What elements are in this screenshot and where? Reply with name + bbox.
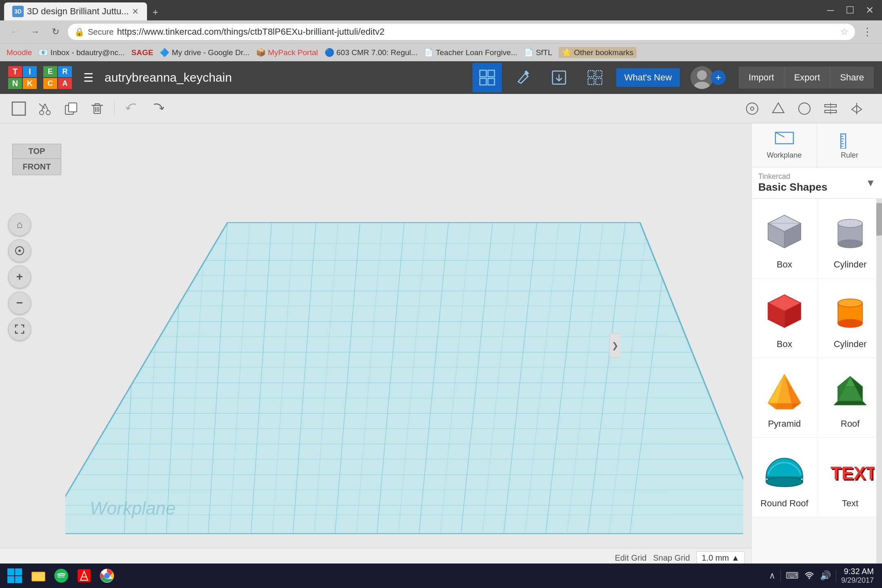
scrollbar-thumb[interactable]	[876, 203, 882, 236]
build-btn[interactable]	[508, 63, 538, 92]
shape-round-roof-label: Round Roof	[760, 498, 808, 509]
sidebar-scrollbar[interactable]	[876, 199, 882, 568]
systray-wifi-icon[interactable]	[804, 569, 815, 583]
systray: ∧ ⌨ 🔊 9:32 AM 9/29/2017	[764, 567, 879, 585]
import-icon-btn[interactable]	[544, 63, 574, 92]
address-bar: ← → ↻ 🔒 Secure https://www.tinkercad.com…	[0, 20, 882, 43]
undo-btn[interactable]	[120, 96, 144, 121]
bookmark-sage[interactable]: SAGE	[131, 48, 154, 57]
active-tab[interactable]: 3D 3D design Brilliant Juttu... ✕	[4, 2, 147, 20]
viewport[interactable]: TOP FRONT ⌂ + −	[0, 123, 751, 568]
sidebar-top-actions: Workplane Ruler	[752, 123, 882, 167]
shape-outline-btn[interactable]	[766, 96, 791, 121]
shape-round-roof-teal[interactable]: Round Roof	[752, 438, 817, 517]
orbit-nav-btn[interactable]	[8, 239, 31, 262]
snap-grid-value[interactable]: 1.0 mm ▲	[697, 551, 745, 565]
taskbar-chrome-btn[interactable]	[96, 565, 118, 586]
systray-up-arrow[interactable]: ∧	[769, 570, 775, 581]
maximize-btn[interactable]: ☐	[842, 2, 858, 18]
align-btn[interactable]	[818, 96, 843, 121]
bookmark-sftl[interactable]: 📄 SfTL	[524, 48, 552, 57]
shape-cylinder-gray[interactable]: Cylinder	[817, 199, 882, 278]
shape-cylinder-orange[interactable]: Cylinder	[817, 278, 882, 358]
library-dropdown-icon[interactable]: ▼	[866, 177, 875, 189]
shape-pyramid-yellow[interactable]: Pyramid	[752, 358, 817, 438]
whats-new-btn[interactable]: What's New	[616, 68, 680, 87]
svg-point-135	[54, 569, 68, 583]
home-nav-btn[interactable]: ⌂	[8, 213, 31, 236]
taskbar-explorer-btn[interactable]	[28, 565, 49, 586]
bookmark-drive[interactable]: 🔷 My drive - Google Dr...	[160, 48, 249, 57]
redo-btn[interactable]	[146, 96, 170, 121]
close-btn[interactable]: ✕	[862, 2, 878, 18]
tab-bar: 3D 3D design Brilliant Juttu... ✕ +	[4, 0, 163, 20]
browser-menu-btn[interactable]: ⋮	[859, 24, 875, 40]
view-cube[interactable]: TOP FRONT	[12, 144, 61, 193]
taskbar-adobe-btn[interactable]	[74, 565, 95, 586]
zoom-in-btn[interactable]: +	[8, 265, 31, 288]
shape-text-red[interactable]: TEXT TEXT Text	[817, 438, 882, 517]
forward-btn[interactable]: →	[27, 24, 43, 40]
svg-line-17	[45, 104, 48, 111]
svg-point-113	[838, 319, 862, 327]
spotify-icon	[53, 568, 69, 584]
user-avatar[interactable]	[690, 66, 713, 89]
new-shape-btn[interactable]	[7, 96, 31, 121]
new-tab-btn[interactable]: +	[147, 4, 163, 20]
project-title[interactable]: autrybreanna_keychain	[105, 71, 232, 85]
group-icon-btn[interactable]	[580, 63, 610, 92]
taskbar-spotify-btn[interactable]	[51, 565, 72, 586]
shape-outline-icon	[771, 101, 786, 116]
bookmark-other-folder[interactable]: ⭐ Other bookmarks	[559, 47, 637, 58]
cut-btn[interactable]	[33, 96, 57, 121]
bookmark-603[interactable]: 🔵 603 CMR 7.00: Regul...	[325, 48, 418, 57]
bookmark-teacher-loan[interactable]: 📄 Teacher Loan Forgive...	[424, 48, 517, 57]
reload-btn[interactable]: ↻	[47, 24, 64, 40]
svg-point-25	[746, 103, 758, 114]
bookmark-mypack[interactable]: 📦 MyPack Portal	[256, 48, 318, 57]
copy-btn[interactable]	[59, 96, 83, 121]
minimize-btn[interactable]: ─	[822, 2, 839, 18]
orient-btn[interactable]	[740, 96, 764, 121]
svg-rect-4	[524, 70, 529, 75]
systray-time-value: 9:32 AM	[841, 567, 874, 576]
view-cube-top[interactable]: TOP	[12, 144, 61, 159]
circle-view-btn[interactable]	[792, 96, 817, 121]
add-user-btn[interactable]: +	[711, 70, 726, 85]
workplane-icon	[774, 131, 795, 149]
systray-keyboard-icon[interactable]: ⌨	[786, 570, 799, 581]
shape-box-gray[interactable]: Box	[752, 199, 817, 278]
ruler-btn[interactable]: Ruler	[817, 123, 882, 167]
import-btn[interactable]: Import	[739, 67, 784, 89]
start-btn[interactable]	[3, 564, 26, 587]
avatar-icon	[690, 66, 713, 89]
fit-btn[interactable]	[8, 318, 31, 341]
share-btn[interactable]: Share	[830, 67, 874, 89]
delete-btn[interactable]	[85, 96, 109, 121]
workplane-grid-container	[65, 213, 743, 543]
bookmark-inbox[interactable]: 📧 Inbox - bdautry@nc...	[38, 48, 125, 57]
hamburger-menu-btn[interactable]: ☰	[78, 68, 98, 87]
systray-volume-icon[interactable]: 🔊	[820, 570, 831, 581]
export-btn[interactable]: Export	[784, 67, 831, 89]
workplane-btn[interactable]: Workplane	[752, 123, 817, 167]
view-cube-front[interactable]: FRONT	[12, 159, 61, 175]
bookmark-moodle[interactable]: Moodle	[7, 48, 32, 57]
edit-grid-btn[interactable]: Edit Grid	[615, 553, 647, 563]
sidebar-collapse-btn[interactable]: ❯	[609, 333, 621, 358]
shape-text-red-img: TEXT TEXT	[822, 446, 879, 495]
bookmark-star-icon[interactable]: ☆	[840, 27, 849, 37]
tab-close-btn[interactable]: ✕	[132, 7, 139, 16]
group-icon	[587, 69, 603, 86]
library-header[interactable]: Tinkercad Basic Shapes ▼	[752, 167, 882, 199]
url-bar[interactable]: 🔒 Secure https://www.tinkercad.com/thing…	[68, 24, 855, 40]
logo-k: K	[23, 78, 37, 89]
zoom-out-btn[interactable]: −	[8, 292, 31, 314]
shape-box-red[interactable]: Box	[752, 278, 817, 358]
fit-icon	[14, 323, 25, 335]
back-btn[interactable]: ←	[7, 24, 23, 40]
shape-roof-green[interactable]: Roof	[817, 358, 882, 438]
grid-view-btn[interactable]	[472, 63, 502, 92]
mirror-btn[interactable]	[844, 96, 869, 121]
systray-datetime[interactable]: 9:32 AM 9/29/2017	[841, 567, 874, 585]
